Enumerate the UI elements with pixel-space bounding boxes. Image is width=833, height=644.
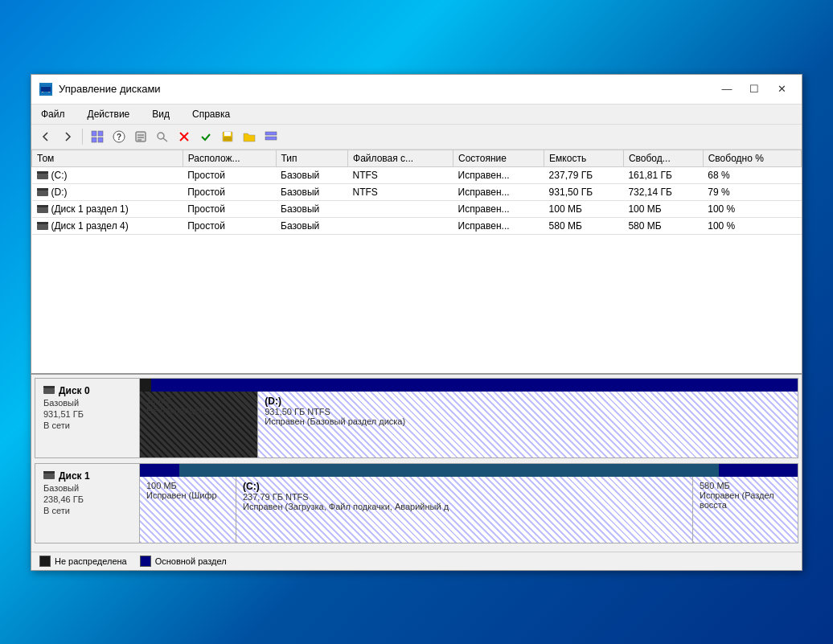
col-free[interactable]: Свобод... bbox=[623, 150, 703, 166]
col-capacity[interactable]: Емкость bbox=[544, 150, 624, 166]
svg-rect-6 bbox=[92, 137, 96, 142]
disk-0-size: 931,51 ГБ bbox=[43, 409, 131, 419]
col-volume[interactable]: Том bbox=[32, 150, 183, 166]
svg-rect-22 bbox=[265, 132, 277, 135]
table-row[interactable]: (Диск 1 раздел 1) Простой Базовый Исправ… bbox=[32, 200, 802, 217]
cell-type-1: Базовый bbox=[276, 183, 348, 200]
back-button[interactable] bbox=[36, 127, 55, 146]
disk-0-d-size: 931,50 ГБ NTFS bbox=[265, 407, 791, 416]
maximize-button[interactable]: ☐ bbox=[742, 81, 766, 97]
disk-1-type: Базовый bbox=[43, 483, 131, 493]
cell-status-0: Исправен... bbox=[453, 166, 544, 183]
menu-action[interactable]: Действие bbox=[83, 107, 135, 121]
cell-fs-3 bbox=[348, 217, 453, 234]
disk-0-row: Диск 0 Базовый 931,51 ГБ В сети 16 МБ Не bbox=[35, 378, 798, 458]
svg-rect-23 bbox=[265, 137, 277, 140]
disk-1-partition-details: 100 МБ Исправен (Шифр (C:) 237,79 ГБ NTF… bbox=[140, 477, 798, 543]
svg-line-16 bbox=[165, 139, 166, 140]
cell-capacity-0: 237,79 ГБ bbox=[544, 166, 624, 183]
check-button[interactable] bbox=[196, 127, 215, 146]
svg-rect-27 bbox=[37, 188, 48, 191]
cell-status-1: Исправен... bbox=[453, 183, 544, 200]
disk-1-icon bbox=[43, 470, 55, 482]
save-button[interactable] bbox=[218, 127, 237, 146]
cell-free-2: 100 МБ bbox=[623, 200, 703, 217]
disk-1-c-block[interactable]: (C:) 237,79 ГБ NTFS Исправен (Загрузка, … bbox=[236, 477, 693, 543]
svg-point-14 bbox=[158, 133, 164, 139]
disk-0-d-label: (D:) bbox=[265, 396, 791, 407]
table-row[interactable]: (C:) Простой Базовый NTFS Исправен... 23… bbox=[32, 166, 802, 183]
app-icon bbox=[39, 83, 52, 96]
legend-primary-box bbox=[140, 556, 151, 567]
disk-0-unallocated-block[interactable]: 16 МБ Не распределен bbox=[140, 392, 258, 457]
table-row[interactable]: (Диск 1 раздел 4) Простой Базовый Исправ… bbox=[32, 217, 802, 234]
disk-1-recovery-size: 580 МБ bbox=[700, 481, 791, 490]
disk-1-recovery-status: Исправен (Раздел восста bbox=[700, 490, 791, 510]
disk-0-d-block[interactable]: (D:) 931,50 ГБ NTFS Исправен (Базовый ра… bbox=[258, 392, 798, 457]
disk-1-size: 238,46 ГБ bbox=[43, 494, 131, 504]
layout-button[interactable] bbox=[261, 127, 281, 146]
legend-unallocated-box bbox=[39, 556, 51, 567]
volumes-table: Том Располож... Тип Файловая с... Состоя… bbox=[31, 150, 802, 235]
disk-1-recovery-block[interactable]: 580 МБ Исправен (Раздел восста bbox=[693, 477, 798, 543]
menu-file[interactable]: Файл bbox=[36, 107, 70, 121]
disk-0-unallocated-size: 16 МБ bbox=[146, 396, 251, 405]
forward-button[interactable] bbox=[58, 127, 77, 146]
col-location[interactable]: Располож... bbox=[183, 150, 276, 166]
table-row[interactable]: (D:) Простой Базовый NTFS Исправен... 93… bbox=[32, 183, 802, 200]
cell-location-3: Простой bbox=[183, 217, 276, 234]
svg-rect-2 bbox=[42, 92, 43, 92]
folder-button[interactable] bbox=[240, 127, 259, 146]
cell-status-2: Исправен... bbox=[453, 200, 544, 217]
close-button[interactable]: ✕ bbox=[769, 81, 794, 97]
disk-0-title: Диск 0 bbox=[43, 385, 131, 396]
svg-rect-24 bbox=[37, 174, 48, 179]
disk-1-bar-recovery bbox=[719, 464, 798, 477]
cell-capacity-2: 100 МБ bbox=[544, 200, 624, 217]
legend-primary: Основной раздел bbox=[140, 556, 227, 567]
svg-rect-33 bbox=[43, 386, 55, 388]
disk-0-bar-d bbox=[151, 379, 798, 392]
svg-rect-5 bbox=[98, 131, 103, 136]
svg-rect-20 bbox=[224, 132, 231, 136]
col-type[interactable]: Тип bbox=[276, 150, 348, 166]
disk-1-small-size: 100 МБ bbox=[146, 481, 229, 490]
svg-rect-7 bbox=[98, 137, 103, 142]
delete-button[interactable] bbox=[174, 127, 194, 146]
col-filesystem[interactable]: Файловая с... bbox=[348, 150, 453, 166]
disk-0-unallocated-status: Не распределен bbox=[146, 405, 251, 415]
cell-free-pct-2: 100 % bbox=[703, 200, 801, 217]
disk-1-c-label: (C:) bbox=[243, 481, 686, 492]
legend-unallocated: Не распределена bbox=[39, 556, 127, 567]
title-bar-left: Управление дисками bbox=[39, 83, 161, 96]
disk-view-area: Диск 0 Базовый 931,51 ГБ В сети 16 МБ Не bbox=[31, 375, 802, 552]
toolbar: ? bbox=[31, 125, 802, 150]
svg-rect-1 bbox=[41, 87, 51, 92]
cell-fs-0: NTFS bbox=[348, 166, 453, 183]
help-button[interactable]: ? bbox=[109, 127, 129, 146]
disk-0-bar-unallocated bbox=[140, 379, 151, 392]
title-buttons: — ☐ ✕ bbox=[715, 81, 794, 97]
cell-free-1: 732,14 ГБ bbox=[623, 183, 703, 200]
menu-view[interactable]: Вид bbox=[147, 107, 174, 121]
cell-type-0: Базовый bbox=[276, 166, 348, 183]
cell-volume-0: (C:) bbox=[32, 166, 183, 183]
disk-0-status: В сети bbox=[43, 420, 131, 430]
disk-0-name: Диск 0 bbox=[59, 385, 90, 396]
col-free-pct[interactable]: Свободно % bbox=[703, 150, 801, 166]
disk-1-small-block[interactable]: 100 МБ Исправен (Шифр bbox=[140, 477, 236, 543]
cell-free-pct-1: 79 % bbox=[703, 183, 801, 200]
key-button[interactable] bbox=[153, 127, 172, 146]
cell-volume-2: (Диск 1 раздел 1) bbox=[32, 200, 183, 217]
col-status[interactable]: Состояние bbox=[453, 150, 544, 166]
svg-rect-35 bbox=[43, 471, 55, 474]
svg-rect-3 bbox=[48, 92, 50, 92]
disk-management-window: Управление дисками — ☐ ✕ Файл Действие В… bbox=[31, 74, 802, 571]
view-button[interactable] bbox=[88, 127, 107, 146]
svg-rect-32 bbox=[43, 388, 55, 394]
cell-location-0: Простой bbox=[183, 166, 276, 183]
menu-help[interactable]: Справка bbox=[187, 107, 235, 121]
legend-unallocated-label: Не распределена bbox=[55, 556, 127, 566]
minimize-button[interactable]: — bbox=[715, 81, 739, 97]
properties-button[interactable] bbox=[131, 127, 150, 146]
